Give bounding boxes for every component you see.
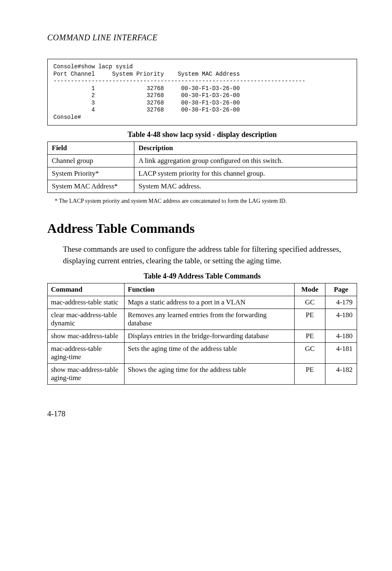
section-title: Address Table Commands bbox=[47, 221, 357, 236]
cell-page: 4-179 bbox=[325, 296, 357, 309]
cell-field: Channel group bbox=[48, 155, 134, 167]
cell-cmd: clear mac-address-table dynamic bbox=[48, 309, 125, 330]
cell-desc: A link aggregation group configured on t… bbox=[134, 155, 357, 167]
cell-func: Maps a static address to a port in a VLA… bbox=[125, 296, 295, 309]
cell-func: Sets the aging time of the address table bbox=[125, 343, 295, 364]
cell-mode: GC bbox=[295, 296, 325, 309]
table-row: Channel group A link aggregation group c… bbox=[48, 155, 357, 167]
table-row: Command Function Mode Page bbox=[48, 283, 357, 296]
cell-mode: GC bbox=[295, 343, 325, 364]
cell-mode: PE bbox=[295, 364, 325, 385]
table-48-caption: Table 4-48 show lacp sysid - display des… bbox=[47, 130, 357, 139]
cell-page: 4-182 bbox=[325, 364, 357, 385]
table-48: Field Description Channel group A link a… bbox=[47, 142, 357, 193]
cell-mode: PE bbox=[295, 309, 325, 330]
cell-field: System MAC Address* bbox=[48, 180, 134, 193]
console-output: Console#show lacp sysid Port Channel Sys… bbox=[47, 59, 357, 125]
cell-desc: System MAC address. bbox=[134, 180, 357, 193]
table-row: mac-address-table aging-time Sets the ag… bbox=[48, 343, 357, 364]
col-page: Page bbox=[325, 283, 357, 296]
cell-page: 4-180 bbox=[325, 309, 357, 330]
table-49-caption: Table 4-49 Address Table Commands bbox=[47, 272, 357, 281]
col-command: Command bbox=[48, 283, 125, 296]
col-desc: Description bbox=[134, 142, 357, 155]
running-header: COMMAND LINE INTERFACE bbox=[47, 33, 357, 42]
cell-func: Displays entries in the bridge-forwardin… bbox=[125, 330, 295, 343]
cell-cmd: show mac-address-table bbox=[48, 330, 125, 343]
table-48-footnote: * The LACP system priority and system MA… bbox=[55, 198, 357, 204]
table-row: clear mac-address-table dynamic Removes … bbox=[48, 309, 357, 330]
cell-cmd: mac-address-table aging-time bbox=[48, 343, 125, 364]
cell-page: 4-180 bbox=[325, 330, 357, 343]
table-row: show mac-address-table Displays entries … bbox=[48, 330, 357, 343]
col-function: Function bbox=[125, 283, 295, 296]
cell-page: 4-181 bbox=[325, 343, 357, 364]
header-text: COMMAND LINE INTERFACE bbox=[47, 33, 157, 42]
cell-cmd: show mac-address-table aging-time bbox=[48, 364, 125, 385]
col-mode: Mode bbox=[295, 283, 325, 296]
page-number: 4-178 bbox=[47, 409, 357, 418]
cell-func: Removes any learned entries from the for… bbox=[125, 309, 295, 330]
cell-func: Shows the aging time for the address tab… bbox=[125, 364, 295, 385]
cell-desc: LACP system priority for this channel gr… bbox=[134, 167, 357, 180]
table-row: System Priority* LACP system priority fo… bbox=[48, 167, 357, 180]
section-body: These commands are used to configure the… bbox=[63, 244, 357, 266]
col-field: Field bbox=[48, 142, 134, 155]
cell-cmd: mac-address-table static bbox=[48, 296, 125, 309]
cell-mode: PE bbox=[295, 330, 325, 343]
table-row: System MAC Address* System MAC address. bbox=[48, 180, 357, 193]
table-row: show mac-address-table aging-time Shows … bbox=[48, 364, 357, 385]
cell-field: System Priority* bbox=[48, 167, 134, 180]
table-row: mac-address-table static Maps a static a… bbox=[48, 296, 357, 309]
table-49: Command Function Mode Page mac-address-t… bbox=[47, 283, 357, 385]
table-row: Field Description bbox=[48, 142, 357, 155]
